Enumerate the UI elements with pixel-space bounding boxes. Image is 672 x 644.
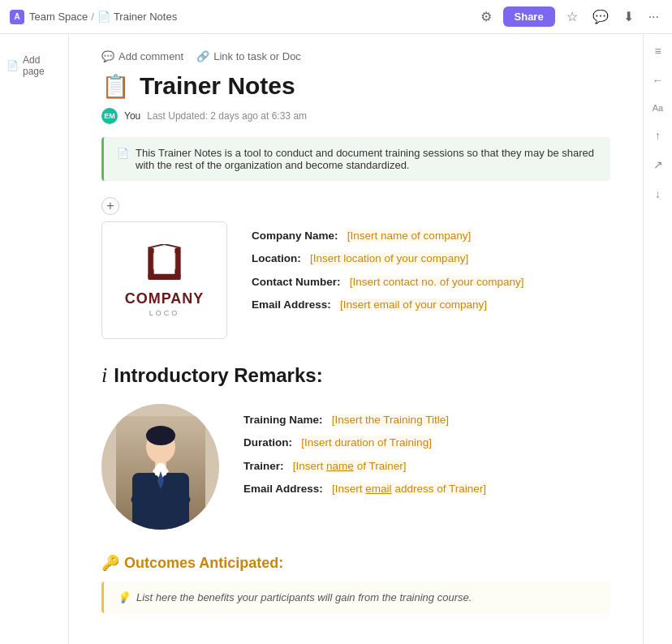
breadcrumb-trainer-notes[interactable]: Trainer Notes <box>114 11 177 23</box>
last-updated: Last Updated: 2 days ago at 6:33 am <box>147 110 307 122</box>
add-comment-action[interactable]: 💬 Add comment <box>101 50 183 62</box>
svg-point-9 <box>146 426 175 445</box>
share-button[interactable]: Share <box>503 6 555 27</box>
author-label: You <box>124 110 140 122</box>
company-name-value[interactable]: [Insert name of company] <box>347 230 471 242</box>
svg-line-5 <box>148 244 164 248</box>
company-email-value[interactable]: [Insert email of your company] <box>340 298 487 311</box>
duration-label: Duration: <box>243 436 292 449</box>
plus-row: + <box>101 197 610 215</box>
link-task-action[interactable]: 🔗 Link to task or Doc <box>196 50 301 62</box>
more-button[interactable]: ··· <box>645 6 662 28</box>
training-name-field: Training Name: [Insert the Training Titl… <box>243 412 610 428</box>
info-box-text: This Trainer Notes is a tool to conduct … <box>136 147 597 171</box>
svg-rect-1 <box>174 247 180 277</box>
topbar-right: ⚙ Share ☆ 💬 ⬇ ··· <box>477 6 662 28</box>
link-icon: 🔗 <box>196 50 209 62</box>
company-contact-value[interactable]: [Insert contact no. of your company] <box>350 276 524 288</box>
introductory-icon: i <box>101 363 107 388</box>
right-toolbar: ≡ ← Aa ↑ ↗ ↓ <box>643 34 672 644</box>
trainer-name-value[interactable]: [Insert name of Trainer] <box>293 460 407 472</box>
company-logo-box: COMPANY LOCO <box>101 221 227 339</box>
company-name-label: Company Name: <box>252 230 338 242</box>
company-card: COMPANY LOCO Company Name: [Insert name … <box>101 221 610 339</box>
expand-icon[interactable]: ↗ <box>651 156 666 174</box>
avatar: EM <box>101 108 118 124</box>
page-title: Trainer Notes <box>140 72 295 100</box>
trainer-field: Trainer: [Insert name of Trainer] <box>243 458 610 474</box>
list-view-icon[interactable]: ≡ <box>652 42 663 60</box>
svg-rect-2 <box>148 273 180 279</box>
breadcrumb-text: Team Space / 📄 Trainer Notes <box>29 11 177 23</box>
duration-value[interactable]: [Insert duration of Training] <box>301 436 432 449</box>
company-email-field: Email Address: [Insert email of your com… <box>252 297 610 313</box>
back-icon[interactable]: ← <box>650 71 666 89</box>
sidebar: 📄 Add page <box>0 34 69 644</box>
svg-rect-0 <box>148 247 153 277</box>
star-button[interactable]: ☆ <box>563 6 581 28</box>
company-location-label: Location: <box>252 252 301 264</box>
introductory-title: Introductory Remarks: <box>114 364 322 387</box>
page-title-row: 📋 Trainer Notes <box>101 72 610 100</box>
training-name-label: Training Name: <box>243 414 323 426</box>
trainer-email-label: Email Address: <box>243 483 323 495</box>
introductory-section-header: i Introductory Remarks: <box>101 363 610 388</box>
training-card: Training Name: [Insert the Training Titl… <box>101 404 610 530</box>
page-doc-icon: 📋 <box>101 73 130 100</box>
info-box: 📄 This Trainer Notes is a tool to conduc… <box>101 137 610 181</box>
outcomes-title: 🔑 Outcomes Anticipated: <box>101 554 610 572</box>
trainer-silhouette <box>116 416 205 530</box>
action-bar: 💬 Add comment 🔗 Link to task or Doc <box>101 50 610 62</box>
export-button[interactable]: ⬇ <box>620 6 637 28</box>
share-download-icon[interactable]: ↓ <box>653 185 663 203</box>
trainer-label: Trainer: <box>243 460 284 472</box>
add-comment-label: Add comment <box>118 50 183 62</box>
main-layout: 📄 Add page 💬 Add comment 🔗 Link to task … <box>0 34 672 644</box>
company-name-field: Company Name: [Insert name of company] <box>252 228 610 244</box>
training-info: Training Name: [Insert the Training Titl… <box>243 404 610 504</box>
trainer-email-field: Email Address: [Insert email address of … <box>243 481 610 497</box>
company-location-field: Location: [Insert location of your compa… <box>252 251 610 267</box>
upload-icon[interactable]: ↑ <box>653 127 663 144</box>
trainer-photo <box>101 404 219 530</box>
outcomes-list-icon: 💡 <box>117 591 130 603</box>
company-email-label: Email Address: <box>252 298 331 311</box>
svg-line-6 <box>164 244 180 248</box>
company-name-logo: COMPANY <box>125 290 205 307</box>
company-location-value[interactable]: [Insert location of your company] <box>310 252 468 264</box>
breadcrumb: A Team Space / 📄 Trainer Notes <box>10 10 471 24</box>
breadcrumb-team-space[interactable]: Team Space <box>29 11 88 23</box>
chat-button[interactable]: 💬 <box>589 6 612 28</box>
svg-rect-3 <box>153 253 158 269</box>
company-contact-label: Contact Number: <box>252 276 341 288</box>
duration-field: Duration: [Insert duration of Training] <box>243 435 610 451</box>
company-logo-inner: COMPANY LOCO <box>125 244 205 317</box>
company-contact-field: Contact Number: [Insert contact no. of y… <box>252 274 610 290</box>
company-logo-svg <box>142 244 187 289</box>
company-info: Company Name: [Insert name of company] L… <box>252 221 610 320</box>
breadcrumb-sep: / <box>91 11 94 23</box>
meta-row: EM You Last Updated: 2 days ago at 6:33 … <box>101 108 610 124</box>
text-size-icon[interactable]: Aa <box>650 101 666 115</box>
workspace-icon: A <box>10 10 24 24</box>
outcomes-placeholder: List here the benefits your participants… <box>136 591 472 603</box>
trainer-email-value[interactable]: [Insert email address of Trainer] <box>332 483 486 495</box>
settings-button[interactable]: ⚙ <box>477 6 495 28</box>
outcomes-box[interactable]: 💡 List here the benefits your participan… <box>101 582 610 613</box>
company-loco-text: LOCO <box>149 309 180 317</box>
comment-icon: 💬 <box>101 50 114 62</box>
training-name-value[interactable]: [Insert the Training Title] <box>332 414 449 426</box>
add-page-button[interactable]: 📄 Add page <box>0 50 68 81</box>
outcomes-icon: 🔑 <box>101 554 119 572</box>
outcomes-section: 🔑 Outcomes Anticipated: 💡 List here the … <box>101 554 610 613</box>
add-page-label: Add page <box>23 54 62 77</box>
breadcrumb-doc-icon: 📄 <box>97 11 110 23</box>
link-task-label: Link to task or Doc <box>213 50 301 62</box>
svg-rect-4 <box>171 253 176 269</box>
add-block-button[interactable]: + <box>101 197 119 215</box>
info-icon: 📄 <box>117 148 129 159</box>
topbar: A Team Space / 📄 Trainer Notes ⚙ Share ☆… <box>0 0 672 34</box>
content-area: 💬 Add comment 🔗 Link to task or Doc 📋 Tr… <box>69 34 643 644</box>
outcomes-title-text: Outcomes Anticipated: <box>124 555 283 572</box>
add-page-icon: 📄 <box>6 60 19 71</box>
